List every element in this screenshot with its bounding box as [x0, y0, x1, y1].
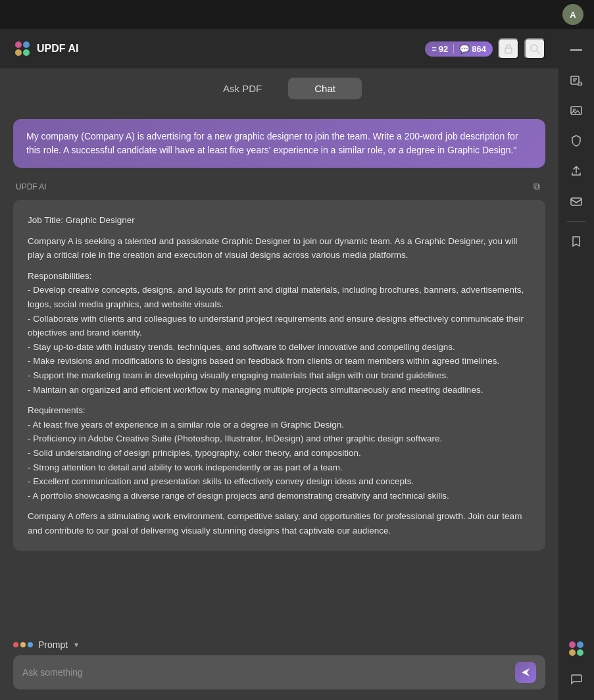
chat-content: My company (Company A) is advertising fo… [0, 109, 558, 632]
tab-bar: Ask PDF Chat [0, 68, 558, 109]
response-title: Job Title: Graphic Designer [28, 213, 531, 228]
header-right: ≡ 92 💬 864 [425, 38, 545, 59]
badge-right-count: 864 [472, 44, 486, 54]
ai-assistant-icon[interactable] [563, 636, 589, 662]
svg-point-2 [15, 49, 22, 56]
svg-point-18 [569, 649, 576, 656]
svg-point-19 [577, 649, 583, 656]
chat-icon[interactable] [563, 666, 589, 692]
mail-icon[interactable] [563, 188, 589, 214]
user-message: My company (Company A) is advertising fo… [13, 119, 545, 168]
prompt-selector[interactable]: Prompt ▾ [13, 639, 545, 650]
image-icon[interactable] [563, 97, 589, 124]
send-button[interactable] [515, 662, 536, 683]
bottom-area: Prompt ▾ [0, 632, 558, 700]
share-icon[interactable] [563, 158, 589, 184]
search-icon [529, 43, 541, 55]
sidebar-divider [567, 221, 585, 222]
svg-point-17 [577, 641, 583, 648]
tab-ask-pdf[interactable]: Ask PDF [197, 78, 288, 99]
ocr-icon[interactable]: OCR [563, 67, 589, 93]
ai-response-header: UPDF AI ⧉ [13, 178, 545, 195]
search-button[interactable] [524, 38, 545, 59]
badge-right-icon: 💬 [459, 44, 470, 54]
svg-point-16 [569, 641, 576, 648]
svg-rect-8 [571, 76, 579, 84]
svg-line-6 [537, 51, 539, 53]
svg-rect-15 [571, 198, 582, 205]
tab-chat[interactable]: Chat [288, 78, 362, 99]
app-logo: UPDF AI [13, 39, 78, 58]
logo-icon [13, 39, 32, 58]
content-area: UPDF AI ≡ 92 💬 864 [0, 29, 558, 700]
svg-point-0 [15, 41, 22, 48]
badge-right: 💬 864 [459, 44, 486, 54]
send-icon [520, 667, 531, 678]
chat-input[interactable] [22, 667, 510, 678]
svg-point-3 [23, 49, 30, 56]
logo-text: UPDF AI [37, 43, 78, 55]
bookmark-icon[interactable] [563, 228, 589, 255]
badge-left-count: 92 [439, 44, 448, 54]
app-header: UPDF AI ≡ 92 💬 864 [0, 29, 558, 68]
top-bar: A [0, 0, 594, 29]
lock-button[interactable] [498, 38, 519, 59]
ai-response-content: Job Title: Graphic Designer Company A is… [13, 200, 545, 551]
ai-label: UPDF AI [16, 182, 47, 191]
badge-divider [453, 44, 454, 53]
token-badge: ≡ 92 💬 864 [425, 41, 493, 57]
prompt-dots [13, 642, 33, 647]
prompt-label: Prompt [38, 639, 68, 650]
response-responsibilities: Responsibilities: - Develop creative con… [28, 269, 531, 397]
response-closing: Company A offers a stimulating work envi… [28, 509, 531, 538]
avatar[interactable]: A [562, 4, 583, 25]
svg-point-1 [23, 41, 30, 48]
copy-button[interactable]: ⧉ [531, 178, 543, 195]
input-row [13, 655, 545, 689]
svg-text:OCR: OCR [579, 82, 583, 86]
protect-icon[interactable] [563, 128, 589, 154]
lock-icon [503, 43, 514, 55]
badge-left: ≡ 92 [432, 44, 448, 54]
dot-blue [28, 642, 33, 647]
badge-left-icon: ≡ [432, 44, 437, 54]
main-layout: UPDF AI ≡ 92 💬 864 [0, 29, 594, 700]
dot-yellow [20, 642, 26, 647]
chevron-down-icon: ▾ [74, 640, 78, 649]
response-intro: Company A is seeking a talented and pass… [28, 234, 531, 262]
right-sidebar: OCR [558, 29, 594, 700]
svg-point-14 [574, 109, 576, 111]
ai-response-container: UPDF AI ⧉ Job Title: Graphic Designer Co… [13, 178, 545, 551]
dot-red [13, 642, 18, 647]
response-requirements: Requirements: - At least five years of e… [28, 403, 531, 503]
minimize-icon[interactable] [563, 37, 589, 63]
svg-rect-4 [505, 48, 512, 53]
